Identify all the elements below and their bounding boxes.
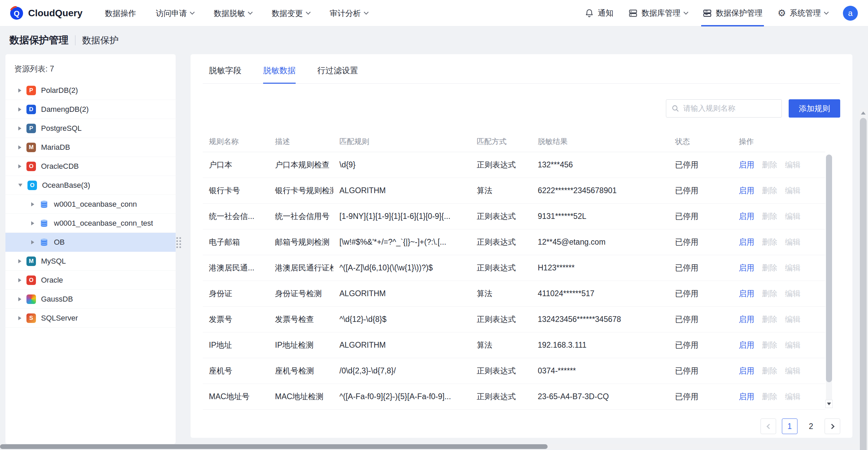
bell-icon <box>585 8 594 18</box>
table-row: 港澳居民通...港澳居民通行证检^([A-Z]\d{6,10}(\(\w{1}\… <box>203 255 825 281</box>
horizontal-scrollbar[interactable] <box>0 444 859 449</box>
cell-status: 已停用 <box>669 237 733 247</box>
sidebar-resize-handle[interactable] <box>176 237 181 248</box>
resource-tree: PPolarDB(2)DDamengDB(2)PPostgreSQLMMaria… <box>5 81 176 328</box>
caret-right-icon[interactable] <box>18 164 21 168</box>
page-button-1[interactable]: 1 <box>782 418 797 434</box>
tree-item[interactable]: GaussDB <box>5 290 176 309</box>
edit-link[interactable]: 编辑 <box>785 211 801 222</box>
tree-item[interactable]: OOracleCDB <box>5 157 176 176</box>
chevron-down-icon <box>684 9 688 14</box>
tree-item[interactable]: PPostgreSQL <box>5 119 176 138</box>
edit-link[interactable]: 编辑 <box>785 366 801 376</box>
table-row: 电子邮箱邮箱号规则检测[\w!#$%&'*+/=?^_`{|}~-]+(?:\.… <box>203 229 825 255</box>
add-rule-button[interactable]: 添加规则 <box>789 99 840 118</box>
tree-item[interactable]: MMySQL <box>5 252 176 271</box>
data-protection-menu[interactable]: 数据保护管理 <box>703 0 763 26</box>
tree-item[interactable]: SSQLServer <box>5 309 176 328</box>
nav-item-2[interactable]: 访问申请 <box>156 0 194 26</box>
nav-item-4[interactable]: 数据变更 <box>272 0 310 26</box>
delete-link[interactable]: 删除 <box>762 263 777 273</box>
delete-link[interactable]: 删除 <box>762 314 777 325</box>
nav-item-5[interactable]: 审计分析 <box>330 0 368 26</box>
delete-link[interactable]: 删除 <box>762 237 777 247</box>
vertical-scrollbar-thumb[interactable] <box>860 118 867 450</box>
enable-link[interactable]: 启用 <box>739 211 754 222</box>
caret-right-icon[interactable] <box>31 202 34 206</box>
edit-link[interactable]: 编辑 <box>785 314 801 325</box>
nav-item-3[interactable]: 数据脱敏 <box>214 0 252 26</box>
caret-right-icon[interactable] <box>31 221 34 225</box>
tree-item[interactable]: DDamengDB(2) <box>5 100 176 119</box>
delete-link[interactable]: 删除 <box>762 185 777 196</box>
nav-item-label: 审计分析 <box>330 8 361 19</box>
tree-item[interactable]: OOceanBase(3) <box>5 176 176 195</box>
system-management-menu[interactable]: ⚙ 系统管理 <box>777 0 828 26</box>
cell-desc: IP地址检测 <box>269 340 333 350</box>
table-scrollbar-thumb[interactable] <box>826 155 832 382</box>
delete-link[interactable]: 删除 <box>762 366 777 376</box>
tree-item[interactable]: PPolarDB(2) <box>5 81 176 100</box>
delete-link[interactable]: 删除 <box>762 160 777 170</box>
caret-right-icon[interactable] <box>18 107 21 111</box>
horizontal-scrollbar-thumb[interactable] <box>0 444 548 449</box>
edit-link[interactable]: 编辑 <box>785 185 801 196</box>
delete-link[interactable]: 删除 <box>762 211 777 222</box>
cell-method: 正则表达式 <box>471 211 532 222</box>
table-scrollbar[interactable] <box>826 155 832 407</box>
page-button-2[interactable]: 2 <box>803 418 819 434</box>
search-input[interactable] <box>683 104 777 113</box>
enable-link[interactable]: 启用 <box>739 340 754 350</box>
caret-right-icon[interactable] <box>31 240 34 244</box>
edit-link[interactable]: 编辑 <box>785 263 801 273</box>
nav-item-label: 数据变更 <box>272 8 303 19</box>
tab-2[interactable]: 脱敏数据 <box>263 65 296 83</box>
chevron-down-icon <box>364 10 369 15</box>
next-page-button[interactable] <box>825 418 840 434</box>
enable-link[interactable]: 启用 <box>739 237 754 247</box>
table-scroll-down-button[interactable] <box>825 400 833 408</box>
enable-link[interactable]: 启用 <box>739 185 754 196</box>
caret-right-icon[interactable] <box>18 259 21 263</box>
enable-link[interactable]: 启用 <box>739 288 754 299</box>
caret-down-icon[interactable] <box>18 184 22 187</box>
tab-3[interactable]: 行过滤设置 <box>317 65 358 83</box>
tree-item[interactable]: OOracle <box>5 271 176 290</box>
enable-link[interactable]: 启用 <box>739 314 754 325</box>
caret-right-icon[interactable] <box>18 316 21 320</box>
nav-item-1[interactable]: 数据操作 <box>105 0 136 26</box>
tab-1[interactable]: 脱敏字段 <box>209 65 241 83</box>
caret-right-icon[interactable] <box>18 297 21 301</box>
enable-link[interactable]: 启用 <box>739 391 754 402</box>
scroll-up-button[interactable] <box>859 108 867 117</box>
user-avatar[interactable]: a <box>843 6 858 21</box>
caret-right-icon[interactable] <box>18 145 21 149</box>
delete-link[interactable]: 删除 <box>762 340 777 350</box>
edit-link[interactable]: 编辑 <box>785 340 801 350</box>
caret-right-icon[interactable] <box>18 88 21 93</box>
tree-item[interactable]: w0001_oceanbase_conn_test <box>5 214 176 233</box>
delete-link[interactable]: 删除 <box>762 288 777 299</box>
column-header: 规则名称 <box>203 137 269 147</box>
vertical-scrollbar[interactable] <box>859 108 867 450</box>
damengdb-icon: D <box>26 105 36 114</box>
tree-item[interactable]: OB <box>5 233 176 252</box>
enable-link[interactable]: 启用 <box>739 160 754 170</box>
db-management-menu[interactable]: 数据库管理 <box>628 0 688 26</box>
caret-right-icon[interactable] <box>18 278 21 282</box>
delete-link[interactable]: 删除 <box>762 391 777 402</box>
notifications-button[interactable]: 通知 <box>585 0 613 26</box>
prev-page-button[interactable] <box>761 418 776 434</box>
edit-link[interactable]: 编辑 <box>785 288 801 299</box>
tree-item-label: PostgreSQL <box>41 124 82 133</box>
enable-link[interactable]: 启用 <box>739 366 754 376</box>
edit-link[interactable]: 编辑 <box>785 391 801 402</box>
enable-link[interactable]: 启用 <box>739 263 754 273</box>
tree-item[interactable]: w0001_oceanbase_conn <box>5 195 176 214</box>
edit-link[interactable]: 编辑 <box>785 160 801 170</box>
tree-item[interactable]: MMariaDB <box>5 138 176 157</box>
caret-right-icon[interactable] <box>18 126 21 130</box>
edit-link[interactable]: 编辑 <box>785 237 801 247</box>
brand[interactable]: Q CloudQuery <box>9 6 82 20</box>
cell-method: 正则表达式 <box>471 263 532 273</box>
